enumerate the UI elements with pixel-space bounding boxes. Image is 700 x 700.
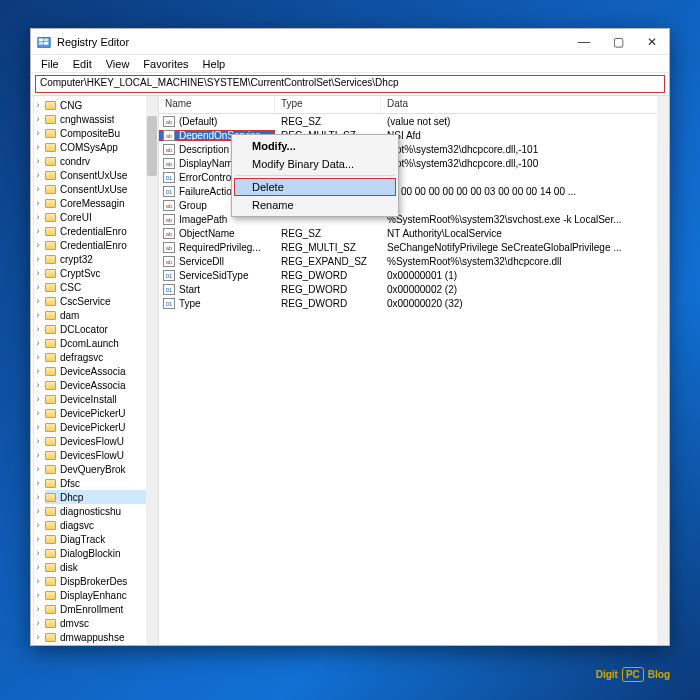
expand-icon[interactable]: ›	[33, 394, 43, 404]
expand-icon[interactable]: ›	[33, 436, 43, 446]
expand-icon[interactable]: ›	[33, 240, 43, 250]
tree-item[interactable]: ›dam	[45, 308, 158, 322]
tree-item[interactable]: ›CompositeBu	[45, 126, 158, 140]
expand-icon[interactable]: ›	[33, 114, 43, 124]
expand-icon[interactable]: ›	[33, 100, 43, 110]
tree-item[interactable]: ›crypt32	[45, 252, 158, 266]
close-button[interactable]: ✕	[635, 29, 669, 54]
expand-icon[interactable]: ›	[33, 142, 43, 152]
tree-item[interactable]: ›DevicePickerU	[45, 406, 158, 420]
expand-icon[interactable]: ›	[33, 408, 43, 418]
expand-icon[interactable]: ›	[33, 128, 43, 138]
tree-item[interactable]: ›Dfsc	[45, 476, 158, 490]
tree-item[interactable]: ›diagsvc	[45, 518, 158, 532]
ctx-delete[interactable]: Delete	[234, 178, 396, 196]
expand-icon[interactable]: ›	[33, 422, 43, 432]
expand-icon[interactable]: ›	[33, 310, 43, 320]
tree-item[interactable]: ›DevicesFlowU	[45, 448, 158, 462]
menu-help[interactable]: Help	[197, 57, 232, 71]
tree-item[interactable]: ›DevicePickerU	[45, 420, 158, 434]
tree-item[interactable]: ›DCLocator	[45, 322, 158, 336]
value-row[interactable]: RequiredPrivileg...REG_MULTI_SZSeChangeN…	[159, 240, 669, 254]
menu-view[interactable]: View	[100, 57, 136, 71]
expand-icon[interactable]: ›	[33, 506, 43, 516]
tree-pane[interactable]: ›CNG›cnghwassist›CompositeBu›COMSysApp›c…	[31, 96, 159, 645]
menu-file[interactable]: File	[35, 57, 65, 71]
value-row[interactable]: ServiceDllREG_EXPAND_SZ%SystemRoot%\syst…	[159, 254, 669, 268]
tree-item[interactable]: ›DevQueryBrok	[45, 462, 158, 476]
tree-item[interactable]: ›CSC	[45, 280, 158, 294]
tree-item[interactable]: ›DeviceInstall	[45, 392, 158, 406]
tree-item[interactable]: ›CryptSvc	[45, 266, 158, 280]
expand-icon[interactable]: ›	[33, 450, 43, 460]
expand-icon[interactable]: ›	[33, 492, 43, 502]
tree-item[interactable]: ›DispBrokerDes	[45, 574, 158, 588]
expand-icon[interactable]: ›	[33, 212, 43, 222]
tree-item[interactable]: ›DialogBlockin	[45, 546, 158, 560]
tree-item[interactable]: ›Dnscache	[45, 644, 158, 645]
list-header[interactable]: Name Type Data	[159, 96, 669, 114]
tree-item[interactable]: ›disk	[45, 560, 158, 574]
tree-item[interactable]: ›defragsvc	[45, 350, 158, 364]
expand-icon[interactable]: ›	[33, 534, 43, 544]
tree-item[interactable]: ›CoreMessagin	[45, 196, 158, 210]
expand-icon[interactable]: ›	[33, 184, 43, 194]
tree-item[interactable]: ›DeviceAssocia	[45, 378, 158, 392]
expand-icon[interactable]: ›	[33, 464, 43, 474]
expand-icon[interactable]: ›	[33, 296, 43, 306]
maximize-button[interactable]: ▢	[601, 29, 635, 54]
value-row[interactable]: ServiceSidTypeREG_DWORD0x00000001 (1)	[159, 268, 669, 282]
expand-icon[interactable]: ›	[33, 226, 43, 236]
menu-edit[interactable]: Edit	[67, 57, 98, 71]
minimize-button[interactable]: —	[567, 29, 601, 54]
list-scrollbar[interactable]	[657, 96, 669, 645]
tree-item[interactable]: ›CredentialEnro	[45, 238, 158, 252]
tree-item[interactable]: ›DcomLaunch	[45, 336, 158, 350]
tree-item[interactable]: ›DiagTrack	[45, 532, 158, 546]
address-bar[interactable]: Computer\HKEY_LOCAL_MACHINE\SYSTEM\Curre…	[35, 75, 665, 93]
tree-item[interactable]: ›ConsentUxUse	[45, 168, 158, 182]
tree-item[interactable]: ›cnghwassist	[45, 112, 158, 126]
expand-icon[interactable]: ›	[33, 170, 43, 180]
expand-icon[interactable]: ›	[33, 618, 43, 628]
expand-icon[interactable]: ›	[33, 156, 43, 166]
tree-item[interactable]: ›ConsentUxUse	[45, 182, 158, 196]
ctx-modify[interactable]: Modify...	[234, 137, 396, 155]
expand-icon[interactable]: ›	[33, 520, 43, 530]
tree-item[interactable]: ›dmvsc	[45, 616, 158, 630]
value-row[interactable]: StartREG_DWORD0x00000002 (2)	[159, 282, 669, 296]
ctx-modify-binary[interactable]: Modify Binary Data...	[234, 155, 396, 173]
expand-icon[interactable]: ›	[33, 380, 43, 390]
tree-item[interactable]: ›DevicesFlowU	[45, 434, 158, 448]
expand-icon[interactable]: ›	[33, 366, 43, 376]
tree-item[interactable]: ›condrv	[45, 154, 158, 168]
tree-scrollbar[interactable]	[146, 96, 158, 645]
column-data[interactable]: Data	[381, 96, 669, 113]
tree-item[interactable]: ›Dhcp	[45, 490, 158, 504]
expand-icon[interactable]: ›	[33, 478, 43, 488]
expand-icon[interactable]: ›	[33, 338, 43, 348]
tree-item[interactable]: ›diagnosticshu	[45, 504, 158, 518]
column-type[interactable]: Type	[275, 96, 381, 113]
expand-icon[interactable]: ›	[33, 324, 43, 334]
ctx-rename[interactable]: Rename	[234, 196, 396, 214]
menu-favorites[interactable]: Favorites	[137, 57, 194, 71]
tree-item[interactable]: ›CoreUI	[45, 210, 158, 224]
tree-item[interactable]: ›DeviceAssocia	[45, 364, 158, 378]
expand-icon[interactable]: ›	[33, 562, 43, 572]
expand-icon[interactable]: ›	[33, 576, 43, 586]
expand-icon[interactable]: ›	[33, 268, 43, 278]
column-name[interactable]: Name	[159, 96, 275, 113]
expand-icon[interactable]: ›	[33, 198, 43, 208]
titlebar[interactable]: Registry Editor — ▢ ✕	[31, 29, 669, 55]
tree-item[interactable]: ›DisplayEnhanc	[45, 588, 158, 602]
tree-item[interactable]: ›DmEnrollment	[45, 602, 158, 616]
tree-item[interactable]: ›CNG	[45, 98, 158, 112]
tree-scroll-thumb[interactable]	[147, 116, 157, 176]
tree-item[interactable]: ›CredentialEnro	[45, 224, 158, 238]
expand-icon[interactable]: ›	[33, 590, 43, 600]
expand-icon[interactable]: ›	[33, 254, 43, 264]
expand-icon[interactable]: ›	[33, 548, 43, 558]
tree-item[interactable]: ›CscService	[45, 294, 158, 308]
expand-icon[interactable]: ›	[33, 632, 43, 642]
